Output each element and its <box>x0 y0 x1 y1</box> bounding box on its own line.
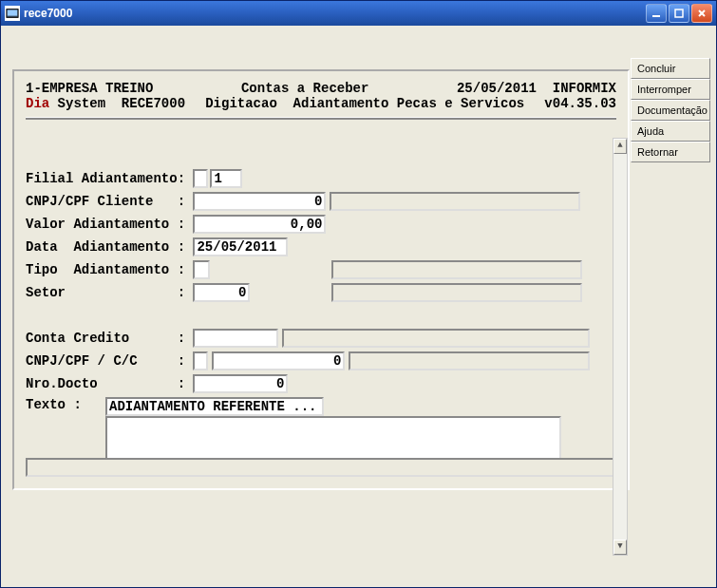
system-label: System RECE7000 <box>49 96 185 111</box>
cnpj-cc-small-input[interactable] <box>193 351 208 370</box>
vertical-scrollbar[interactable]: ▲ ▼ <box>613 138 628 556</box>
titlebar[interactable]: rece7000 <box>1 1 716 26</box>
minimize-button[interactable] <box>646 4 667 23</box>
conta-credito-desc <box>282 329 590 348</box>
module-label: Contas a Receber <box>241 81 368 96</box>
cnpj-cliente-input[interactable] <box>193 192 326 211</box>
dia-label: Dia <box>26 96 49 111</box>
nro-docto-label: Nro.Docto : <box>26 376 193 391</box>
nro-docto-input[interactable] <box>193 374 288 393</box>
tipo-input[interactable] <box>193 260 210 279</box>
retornar-button[interactable]: Retornar <box>631 142 710 162</box>
screen-label: Digitacao Adiantamento Pecas e Servicos <box>205 96 524 111</box>
close-button[interactable] <box>691 4 712 23</box>
maximize-button[interactable] <box>669 4 689 23</box>
setor-label: Setor : <box>26 285 193 300</box>
side-button-panel: Concluir Interromper Documentação Ajuda … <box>631 58 710 162</box>
cnpj-cliente-desc <box>330 192 580 211</box>
svg-rect-2 <box>652 15 660 17</box>
interromper-button[interactable]: Interromper <box>631 79 710 100</box>
setor-desc <box>331 283 582 302</box>
setor-input[interactable] <box>193 283 250 302</box>
filial-input[interactable] <box>210 169 242 188</box>
app-icon <box>5 6 20 21</box>
scroll-down-button[interactable]: ▼ <box>613 540 627 555</box>
data-label: Data Adiantamento : <box>26 239 193 255</box>
texto-input[interactable] <box>105 397 324 416</box>
header-block: 1-EMPRESA TREINO Contas a Receber 25/05/… <box>26 81 616 111</box>
form-area: Filial Adiantamento: CNPJ/CPF Cliente : … <box>26 167 616 475</box>
cnpj-cc-input[interactable] <box>212 351 345 370</box>
filial-small-input[interactable] <box>193 169 208 188</box>
tipo-label: Tipo Adiantamento : <box>26 262 193 277</box>
version-label: v04.35.03 <box>544 96 616 111</box>
header-date: 25/05/2011 <box>457 81 537 96</box>
divider <box>26 117 616 120</box>
ajuda-button[interactable]: Ajuda <box>631 121 710 142</box>
filial-label: Filial Adiantamento: <box>26 171 193 186</box>
svg-rect-3 <box>675 9 683 17</box>
header-db: INFORMIX <box>553 81 616 96</box>
documentacao-button[interactable]: Documentação <box>631 100 710 121</box>
data-input[interactable] <box>193 237 288 256</box>
valor-input[interactable] <box>193 215 326 234</box>
cnpj-cc-desc <box>349 351 590 370</box>
tipo-desc <box>331 260 582 279</box>
valor-label: Valor Adiantamento : <box>26 217 193 232</box>
company-label: 1-EMPRESA TREINO <box>26 81 153 96</box>
svg-rect-1 <box>8 10 18 16</box>
conta-credito-input[interactable] <box>193 329 278 348</box>
scroll-up-button[interactable]: ▲ <box>613 139 627 154</box>
concluir-button[interactable]: Concluir <box>631 58 710 79</box>
conta-credito-label: Conta Credito : <box>26 331 193 346</box>
cnpj-cc-label: CNPJ/CPF / C/C : <box>26 353 193 369</box>
app-window: rece7000 Concluir Interromper Documentaç… <box>0 0 717 588</box>
texto-label: Texto : <box>26 397 105 412</box>
window-title: rece7000 <box>24 7 646 20</box>
scroll-track[interactable] <box>613 154 627 540</box>
cnpj-cliente-label: CNPJ/CPF Cliente : <box>26 194 193 209</box>
main-panel: 1-EMPRESA TREINO Contas a Receber 25/05/… <box>12 69 630 490</box>
status-bar <box>26 458 616 477</box>
client-area: Concluir Interromper Documentação Ajuda … <box>1 26 716 587</box>
